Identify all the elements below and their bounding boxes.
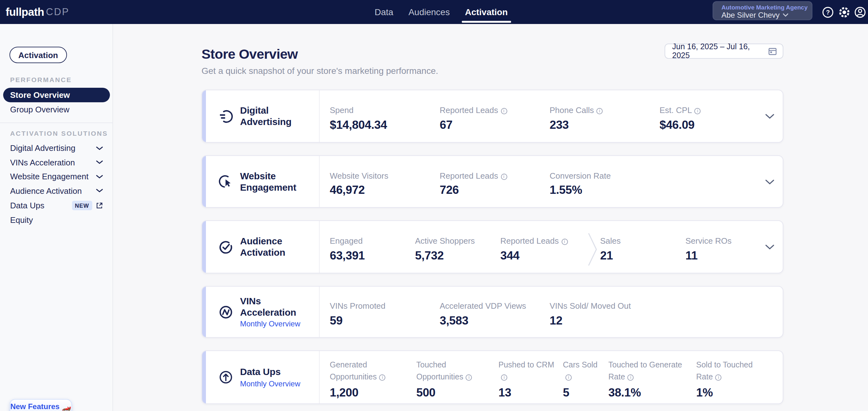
sidebar-item-website-engagement[interactable]: Website Engagement	[0, 170, 113, 184]
chevron-down-icon	[783, 13, 788, 17]
sidebar-item-label: Equity	[10, 216, 33, 225]
metric-label: Reported Leadsi	[440, 170, 550, 181]
new-features-button[interactable]: New Features 🏎️	[9, 399, 72, 411]
info-icon[interactable]: i	[501, 108, 507, 114]
card-title-cell: Website Engagement	[206, 156, 320, 207]
metric-value: 1,200	[330, 386, 407, 400]
user-profile-icon[interactable]	[854, 6, 866, 18]
logo-suffix: CDP	[46, 6, 69, 18]
metric-sales: Sales 21	[600, 236, 685, 262]
metric-value: 12	[550, 314, 659, 328]
card-data-ups: Data Ups Monthly Overview Generated Oppo…	[202, 350, 783, 404]
metric-value: $14,804.34	[330, 118, 440, 132]
tab-audiences[interactable]: Audiences	[408, 0, 450, 24]
metric-value: $46.09	[659, 118, 770, 132]
help-icon[interactable]: ?	[822, 6, 834, 18]
monthly-overview-link[interactable]: Monthly Overview	[240, 320, 319, 329]
metric-generated-opportunities: Generated Opportunitiesi 1,200	[330, 359, 407, 400]
metric-value: 13	[498, 386, 554, 400]
sidebar-item-digital-advertising[interactable]: Digital Advertising	[0, 141, 113, 155]
info-icon[interactable]: i	[561, 239, 568, 245]
metric-website-visitors: Website Visitors 46,972	[330, 170, 440, 197]
metric-pushed-to-crm: Pushed to CRMi 13	[498, 359, 554, 400]
calendar-icon	[768, 47, 777, 56]
primary-nav-tabs: DataAudiencesActivation	[375, 0, 507, 24]
card-accent-bar	[202, 351, 206, 403]
main-content: Store Overview Get a quick snapshot of y…	[113, 24, 868, 411]
tab-data[interactable]: Data	[375, 0, 393, 24]
metric-vins-promoted: VINs Promoted 59	[330, 301, 440, 327]
info-icon[interactable]: i	[565, 375, 572, 381]
card-accent-bar	[202, 221, 206, 273]
card-metrics: Engaged 63,391 Active Shoppers 5,732 Rep…	[320, 221, 783, 273]
sidebar-item-vins-acceleration[interactable]: VINs Acceleration	[0, 155, 113, 170]
metric-label: Spend	[330, 105, 440, 116]
dealer-name: Abe Silver Chevy	[721, 11, 812, 20]
info-icon[interactable]: i	[501, 173, 507, 180]
info-icon[interactable]: i	[466, 375, 472, 381]
sidebar-item-label: Audience Activation	[10, 186, 82, 196]
metric-value: 11	[685, 249, 771, 263]
arrow-up-circle-icon	[219, 370, 233, 384]
metric-label: Website Visitors	[330, 170, 440, 181]
chevron-down-icon	[96, 146, 103, 150]
metric-label: Active Shoppers	[415, 236, 500, 246]
info-icon[interactable]: i	[501, 375, 507, 381]
info-icon[interactable]: i	[694, 108, 701, 114]
metric-value: 67	[440, 118, 550, 132]
sidebar-item-audience-activation[interactable]: Audience Activation	[0, 184, 113, 198]
card-vins-acceleration: VINs Acceleration Monthly Overview VINs …	[202, 286, 783, 338]
sidebar-item-data-ups[interactable]: Data UpsNEW	[0, 198, 113, 213]
monthly-overview-link[interactable]: Monthly Overview	[240, 379, 300, 388]
metric-vins-sold-moved-out: VINs Sold/ Moved Out 12	[550, 301, 659, 327]
card-title: Digital Advertising	[240, 105, 319, 128]
metric-value: 500	[416, 386, 490, 400]
sidebar-item-label: Data Ups	[10, 201, 44, 210]
settings-gear-icon[interactable]	[838, 6, 850, 18]
megaphone-circle-icon	[219, 109, 233, 124]
metric-value: 21	[600, 249, 685, 263]
funnel-separator	[586, 231, 600, 267]
metric-label: VINs Sold/ Moved Out	[550, 301, 659, 312]
metric-label: Touched to Generate Ratei	[608, 359, 687, 384]
metric-value: 59	[330, 314, 440, 328]
sidebar-item-store-overview[interactable]: Store Overview	[3, 88, 110, 102]
expand-chevron-icon[interactable]	[765, 114, 775, 119]
metric-engaged: Engaged 63,391	[330, 236, 415, 262]
info-icon[interactable]: i	[715, 375, 722, 381]
expand-chevron-icon[interactable]	[765, 244, 775, 250]
metric-service-ros: Service ROs 11	[685, 236, 771, 262]
sidebar-divider	[0, 122, 113, 123]
metric-cars-sold: Cars Soldi 5	[563, 359, 599, 400]
card-title: Website Engagement	[240, 170, 319, 193]
app-window: fullpath CDP DataAudiencesActivation Aut…	[0, 0, 868, 411]
metric-label: Sales	[600, 236, 685, 246]
info-icon[interactable]: i	[596, 108, 603, 114]
card-title-cell: VINs Acceleration Monthly Overview	[206, 287, 320, 337]
expand-chevron-icon[interactable]	[765, 179, 775, 185]
account-switcher[interactable]: Automotive Marketing Agency Abe Silver C…	[713, 1, 812, 20]
card-metrics: Website Visitors 46,972 Reported Leadsi …	[320, 156, 783, 207]
metric-label: Accelerated VDP Views	[440, 301, 550, 312]
metric-value: 3,583	[440, 314, 550, 328]
chevron-down-icon	[96, 161, 103, 165]
card-website-engagement: Website Engagement Website Visitors 46,9…	[202, 155, 783, 208]
card-title: Data Ups	[240, 367, 300, 378]
race-car-emoji: 🏎️	[62, 402, 71, 411]
overview-cards: Digital Advertising Spend $14,804.34 Rep…	[202, 90, 783, 404]
tab-activation[interactable]: Activation	[465, 0, 507, 24]
chevron-down-icon	[96, 175, 103, 179]
card-title: Audience Activation	[240, 236, 319, 258]
sidebar-item-equity[interactable]: Equity	[0, 213, 113, 227]
metric-touched-to-generate-rate: Touched to Generate Ratei 38.1%	[608, 359, 687, 400]
card-title-cell: Digital Advertising	[206, 90, 320, 142]
metric-value: 1.55%	[550, 183, 659, 197]
product-activation-button[interactable]: Activation	[9, 47, 67, 63]
sidebar-item-group-overview[interactable]: Group Overview	[0, 102, 113, 116]
metric-value: 344	[500, 249, 586, 263]
info-icon[interactable]: i	[379, 375, 386, 381]
date-range-picker[interactable]: Jun 16, 2025 – Jul 16, 2025	[664, 43, 783, 59]
agency-name: Automotive Marketing Agency	[721, 3, 812, 10]
card-audience-activation: Audience Activation Engaged 63,391 Activ…	[202, 220, 783, 273]
info-icon[interactable]: i	[628, 375, 634, 381]
